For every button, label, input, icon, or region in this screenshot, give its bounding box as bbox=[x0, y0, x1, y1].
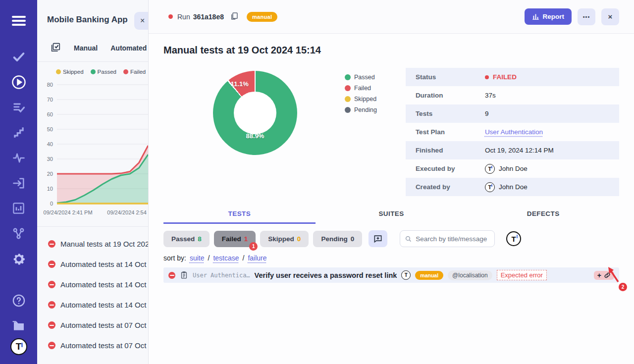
run-list-item[interactable]: Automated tests at 14 Oct 2 bbox=[48, 254, 148, 274]
tab-defects[interactable]: DEFECTS bbox=[467, 206, 619, 224]
add-icon[interactable]: + bbox=[597, 272, 601, 279]
sort-label: sort by: bbox=[163, 254, 186, 262]
svg-text:09/24/2024 2:41 PM: 09/24/2024 2:41 PM bbox=[44, 209, 93, 215]
svg-text:30: 30 bbox=[47, 156, 53, 162]
run-type-badge: manual bbox=[247, 12, 277, 22]
test-tag-badge: @localisation bbox=[448, 270, 492, 280]
branch-icon[interactable] bbox=[0, 221, 37, 246]
test-title[interactable]: Verify user receives a password reset li… bbox=[255, 271, 397, 279]
select-runs-icon[interactable] bbox=[50, 42, 61, 54]
user-avatar: T bbox=[485, 164, 495, 174]
pulse-activity-icon[interactable] bbox=[0, 145, 37, 170]
runs-play-icon[interactable] bbox=[0, 69, 37, 95]
annotation-step-badge: 2 bbox=[619, 283, 627, 291]
run-list-item[interactable]: Manual tests at 19 Oct 2024 bbox=[48, 234, 148, 254]
milestones-steps-icon[interactable] bbox=[0, 120, 37, 145]
detail-row-executed-by: Executed by TJohn Doe bbox=[406, 159, 619, 178]
failed-run-icon bbox=[48, 281, 55, 288]
donut-failed-label: 11.1% bbox=[231, 80, 249, 88]
filter-row: Passed8 Failed11 Skipped0 Pending0 T bbox=[163, 230, 619, 247]
status-badge: FAILED bbox=[493, 73, 517, 81]
panel-close-button[interactable]: × bbox=[134, 12, 149, 30]
trend-chart-legend: Skipped Passed Failed bbox=[37, 69, 148, 75]
runs-trend-chart: Skipped Passed Failed 010203040506070800… bbox=[37, 62, 148, 227]
failed-test-icon bbox=[168, 272, 175, 279]
run-header: Run 361a18e8 manual Report ••• × bbox=[149, 0, 634, 34]
close-run-button[interactable]: × bbox=[601, 8, 619, 25]
run-overview: 88.9% 11.1% Passed Failed Skipped Pendin… bbox=[149, 56, 634, 196]
test-row-actions[interactable]: + bbox=[594, 271, 614, 280]
failed-run-icon bbox=[48, 321, 55, 329]
run-details-table: Status FAILED Duration 37s Tests 9 Test … bbox=[406, 68, 619, 196]
tab-manual[interactable]: Manual bbox=[74, 44, 98, 52]
test-suite-name[interactable]: User Authentica… bbox=[193, 272, 250, 279]
donut-passed-label: 88.9% bbox=[246, 132, 264, 140]
skipped-dot-icon bbox=[56, 69, 61, 74]
svg-text:80: 80 bbox=[47, 82, 53, 88]
tab-automated[interactable]: Automated bbox=[110, 44, 147, 52]
run-list-item[interactable]: Automated tests at 07 Oct 2 bbox=[48, 335, 148, 356]
app-root: T Mobile Banking App × Manual Automated … bbox=[0, 0, 634, 364]
copy-run-id-button[interactable] bbox=[229, 10, 240, 23]
failed-run-icon bbox=[48, 301, 55, 309]
detail-row-tests: Tests 9 bbox=[406, 104, 619, 123]
run-list-item[interactable]: Automated tests at 07 Oct 2 bbox=[48, 315, 148, 335]
pending-dot-icon bbox=[345, 107, 351, 113]
detail-row-status: Status FAILED bbox=[406, 68, 619, 86]
expected-error-link[interactable]: Expected error bbox=[497, 270, 547, 280]
test-plan-link[interactable]: User Authentication bbox=[485, 128, 543, 136]
result-tabs: TESTS SUITES DEFECTS bbox=[163, 206, 619, 224]
detail-row-created-by: Created by TJohn Doe bbox=[406, 178, 619, 196]
link-icon[interactable] bbox=[604, 272, 611, 279]
svg-text:10: 10 bbox=[47, 186, 53, 192]
report-button[interactable]: Report bbox=[525, 8, 572, 25]
search-input[interactable] bbox=[416, 235, 489, 243]
result-donut-chart[interactable]: 88.9% 11.1% bbox=[213, 71, 297, 155]
projects-folder-icon[interactable] bbox=[0, 313, 37, 338]
panel-tabs: Manual Automated bbox=[37, 36, 148, 62]
logo-accent bbox=[21, 343, 23, 347]
filter-failed-button[interactable]: Failed11 bbox=[214, 231, 256, 247]
svg-text:0: 0 bbox=[50, 201, 53, 207]
run-status-dot-icon bbox=[168, 14, 173, 19]
sort-by-failure-link[interactable]: failure bbox=[248, 254, 266, 262]
import-icon[interactable] bbox=[0, 170, 37, 196]
run-list-item[interactable]: Automated tests at 14 Oct 2 bbox=[48, 295, 148, 315]
svg-text:40: 40 bbox=[47, 141, 53, 147]
add-comment-button[interactable] bbox=[369, 230, 387, 247]
report-chart-icon bbox=[532, 13, 539, 20]
filter-pending-button[interactable]: Pending0 bbox=[313, 231, 362, 247]
sort-row: sort by: suite / testcase / failure bbox=[163, 254, 619, 262]
tab-tests[interactable]: TESTS bbox=[163, 206, 316, 224]
passed-dot-icon bbox=[91, 69, 96, 74]
clipboard-icon bbox=[180, 271, 188, 279]
plans-list-icon[interactable] bbox=[0, 95, 37, 120]
failed-count-badge: 1 bbox=[249, 242, 258, 251]
assignee-avatar[interactable]: T bbox=[506, 231, 521, 246]
detail-row-finished: Finished Oct 19, 2024 12:14 PM bbox=[406, 141, 619, 159]
failed-dot-icon bbox=[345, 85, 351, 91]
failed-test-row[interactable]: User Authentica… Verify user receives a … bbox=[163, 267, 619, 283]
trend-area-chart[interactable]: 0102030405060708009/24/2024 2:41 PM09/24… bbox=[37, 76, 148, 224]
tests-check-icon[interactable] bbox=[0, 44, 37, 69]
user-avatar-logo[interactable]: T bbox=[10, 338, 27, 355]
skipped-dot-icon bbox=[345, 96, 351, 102]
filter-passed-button[interactable]: Passed8 bbox=[163, 231, 210, 247]
run-list-item[interactable]: Automated tests at 14 Oct 2 bbox=[48, 274, 148, 295]
failed-dot-icon bbox=[123, 69, 128, 74]
sort-by-suite-link[interactable]: suite bbox=[190, 254, 205, 262]
help-icon[interactable] bbox=[0, 288, 37, 313]
failed-run-icon bbox=[48, 342, 55, 349]
user-avatar: T bbox=[485, 182, 495, 192]
failed-run-icon bbox=[48, 260, 55, 268]
settings-gear-icon[interactable] bbox=[0, 246, 37, 271]
message-plus-icon bbox=[373, 234, 383, 244]
tab-suites[interactable]: SUITES bbox=[316, 206, 468, 224]
filter-skipped-button[interactable]: Skipped0 bbox=[260, 231, 309, 247]
menu-icon[interactable] bbox=[0, 8, 37, 33]
more-options-button[interactable]: ••• bbox=[578, 8, 595, 25]
reports-chart-icon[interactable] bbox=[0, 196, 37, 221]
project-panel: Mobile Banking App × Manual Automated Sk… bbox=[37, 0, 149, 364]
run-title: Manual tests at 19 Oct 2024 15:14 bbox=[149, 34, 634, 56]
sort-by-testcase-link[interactable]: testcase bbox=[213, 254, 239, 262]
